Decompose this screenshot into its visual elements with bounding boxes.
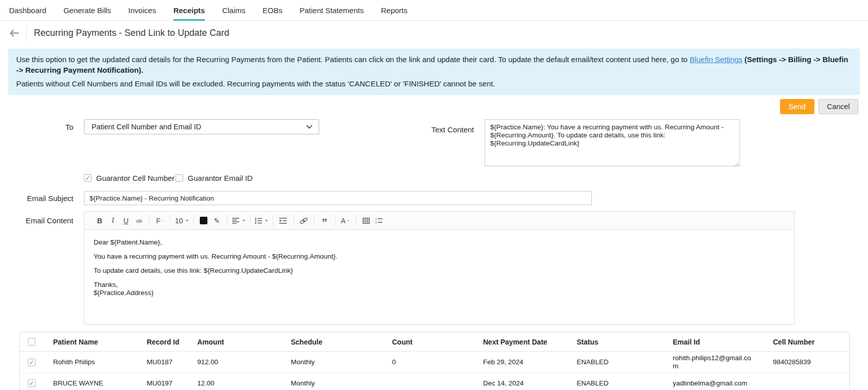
send-link-form: To Patient Cell Number and Email ID Text… <box>0 119 868 325</box>
cell-email-id: yadlinbelma@gmail.com <box>665 377 765 390</box>
editor-paragraph: Dear ${Patient.Name}, <box>94 238 785 247</box>
tab-generate-bills[interactable]: Generate Bills <box>63 0 111 21</box>
cell-count <box>384 381 475 386</box>
email-editor: B I U ab F- 10 ✎ <box>84 211 795 325</box>
cell-email-id: rohith.philips12@gmail.com <box>665 352 765 373</box>
column-header-next-payment-date: Next Payment Date <box>475 338 569 346</box>
text-color-icon[interactable] <box>198 215 209 227</box>
table-icon[interactable] <box>361 215 372 227</box>
row-checkbox[interactable] <box>28 359 35 366</box>
font-size-value: 10 <box>175 217 183 225</box>
to-select-value: Patient Cell Number and Email ID <box>92 123 306 131</box>
ordered-list-icon[interactable]: 12 <box>374 215 385 227</box>
cell-patient-name: Rohith Philips <box>45 356 139 369</box>
title-row: Recurring Payments - Send Link to Update… <box>0 21 868 45</box>
text-content-label: Text Content <box>319 125 474 134</box>
highlight-pen-icon[interactable]: ✎ <box>211 215 223 227</box>
email-editor-body[interactable]: Dear ${Patient.Name},You have a recurrin… <box>84 230 795 325</box>
column-header-patient-name: Patient Name <box>45 338 139 346</box>
svg-text:1: 1 <box>375 218 377 220</box>
action-buttons: Send Cancel <box>0 99 858 114</box>
caret-icon <box>242 220 245 222</box>
back-arrow-icon <box>10 29 20 37</box>
tab-reports[interactable]: Reports <box>381 0 408 21</box>
guarantor-email-checkbox[interactable] <box>176 174 183 182</box>
top-nav: DashboardGenerate BillsInvoicesReceiptsC… <box>0 0 868 21</box>
tab-dashboard[interactable]: Dashboard <box>9 0 46 21</box>
svg-text:2: 2 <box>375 221 377 224</box>
cell-status: ENABLED <box>569 356 665 369</box>
cell-schedule: Monthly <box>283 356 384 369</box>
blockquote-icon[interactable]: ” <box>319 217 330 229</box>
banner-line-2: Patients without Cell Numbers and Email … <box>16 78 852 89</box>
select-all-checkbox[interactable] <box>28 338 35 346</box>
cell-patient-name: BRUCE WAYNE <box>45 377 139 390</box>
cancel-button[interactable]: Cancel <box>818 99 858 114</box>
cell-cell-number: 9840285839 <box>765 356 850 369</box>
table-body: Rohith PhilipsMU0187912.00Monthly0Feb 29… <box>20 352 849 390</box>
tab-eobs[interactable]: EOBs <box>263 0 282 21</box>
recurring-payments-table: Patient NameRecord IdAmountScheduleCount… <box>19 332 850 390</box>
link-icon[interactable] <box>298 215 310 227</box>
chevron-down-icon <box>306 125 313 129</box>
banner-line-1: Use this option to get the updated card … <box>16 54 852 75</box>
strikethrough-icon[interactable]: ab <box>134 215 145 227</box>
back-button[interactable] <box>8 27 21 40</box>
column-header-schedule: Schedule <box>283 338 384 346</box>
to-select[interactable]: Patient Cell Number and Email ID <box>84 119 319 134</box>
font-size-select[interactable]: 10 <box>175 215 189 227</box>
tab-receipts[interactable]: Receipts <box>173 0 205 21</box>
outdent-icon[interactable] <box>278 215 289 227</box>
align-icon[interactable] <box>232 215 245 227</box>
guarantor-cell-checkbox[interactable] <box>84 174 92 182</box>
italic-icon[interactable]: I <box>107 215 118 227</box>
divider <box>26 26 27 41</box>
cell-record-id: MU0197 <box>139 377 189 390</box>
cell-status: ENABLED <box>569 377 665 390</box>
text-content-input[interactable]: ${Practice.Name}: You have a recurring p… <box>485 119 740 166</box>
tab-claims[interactable]: Claims <box>222 0 245 21</box>
font-family-icon[interactable]: F- <box>154 215 165 227</box>
tab-invoices[interactable]: Invoices <box>128 0 156 21</box>
clear-format-icon[interactable]: A~ <box>340 215 351 227</box>
row-checkbox[interactable] <box>28 379 35 387</box>
email-subject-input[interactable] <box>84 191 592 205</box>
cell-amount: 912.00 <box>189 356 283 369</box>
cell-record-id: MU0187 <box>139 356 189 369</box>
underline-icon[interactable]: U <box>120 215 132 227</box>
cell-amount: 12.00 <box>189 377 283 390</box>
column-header-count: Count <box>384 338 475 346</box>
send-button[interactable]: Send <box>780 99 814 114</box>
cell-schedule: Monthly <box>283 377 384 390</box>
column-header-status: Status <box>569 338 665 346</box>
guarantor-cell-label: Guarantor Cell Number <box>96 174 175 182</box>
cell-cell-number <box>765 381 850 386</box>
column-header-cell-number: Cell Number <box>765 338 850 346</box>
editor-paragraph: You have a recurring payment with us. Re… <box>94 253 785 261</box>
editor-toolbar: B I U ab F- 10 ✎ <box>84 211 795 230</box>
table-row: Rohith PhilipsMU0187912.00Monthly0Feb 29… <box>20 352 849 373</box>
cell-next-payment-date: Dec 14, 2024 <box>475 377 569 390</box>
tab-patient-statements[interactable]: Patient Statements <box>299 0 364 21</box>
cell-count: 0 <box>384 356 475 369</box>
column-header-record-id: Record Id <box>139 338 189 346</box>
email-content-label: Email Content <box>0 216 73 225</box>
to-label: To <box>0 123 73 131</box>
table-row: BRUCE WAYNEMU019712.00MonthlyDec 14, 202… <box>20 373 849 390</box>
table-header: Patient NameRecord IdAmountScheduleCount… <box>20 332 849 352</box>
page-title: Recurring Payments - Send Link to Update… <box>34 28 229 38</box>
bullet-list-icon[interactable] <box>255 215 268 227</box>
bluefin-settings-link[interactable]: Bluefin Settings <box>689 55 742 64</box>
info-banner: Use this option to get the updated card … <box>8 48 860 95</box>
guarantor-email-label: Guarantor Email ID <box>188 174 252 182</box>
email-subject-label: Email Subject <box>0 194 73 203</box>
banner-text: Use this option to get the updated card … <box>16 55 689 64</box>
cell-next-payment-date: Feb 29, 2024 <box>475 356 569 369</box>
column-header-amount: Amount <box>189 338 283 346</box>
editor-paragraph: Thanks, ${Practice.Address} <box>94 281 785 297</box>
caret-icon <box>186 220 189 222</box>
editor-paragraph: To update card details, use this link: $… <box>94 267 785 275</box>
bold-icon[interactable]: B <box>94 215 105 227</box>
column-header-email-id: Email Id <box>665 338 765 346</box>
caret-icon <box>265 220 268 222</box>
